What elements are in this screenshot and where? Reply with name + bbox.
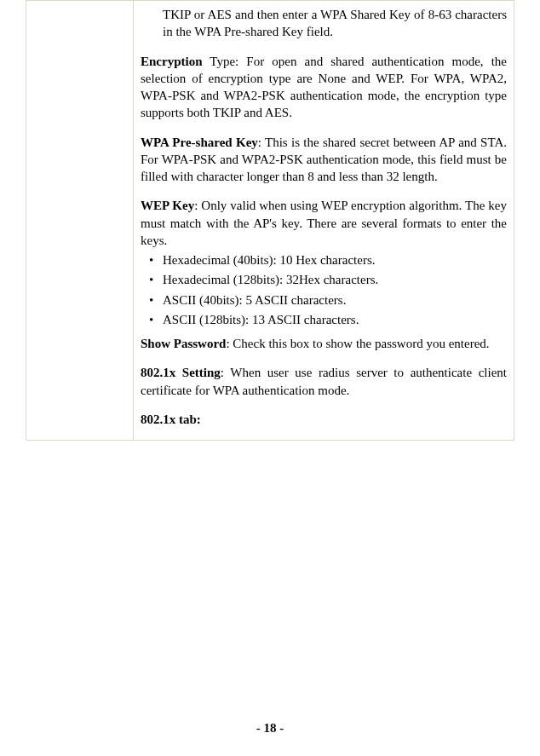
- wep-paragraph: WEP Key: Only valid when using WEP encry…: [141, 197, 507, 249]
- list-item: Hexadecimal (128bits): 32Hex characters.: [146, 270, 507, 290]
- dot1x-paragraph: 802.1x Setting: When user use radius ser…: [141, 364, 507, 399]
- page-number: - 18 -: [0, 721, 540, 736]
- dot1x-tab-heading: 802.1x tab:: [141, 411, 507, 428]
- list-item: ASCII (40bits): 5 ASCII characters.: [146, 291, 507, 310]
- wep-text: : Only valid when using WEP encryption a…: [141, 199, 507, 247]
- dot1x-label: 802.1x Setting: [141, 366, 221, 379]
- wpa-psk-label: WPA Pre-shared Key: [141, 136, 258, 149]
- wpa-psk-paragraph: WPA Pre-shared Key: This is the shared s…: [141, 134, 507, 186]
- dot1x-tab-label: 802.1x tab:: [141, 413, 201, 426]
- encryption-label: Encryption: [141, 55, 203, 68]
- page-body: TKIP or AES and then enter a WPA Shared …: [0, 0, 540, 441]
- right-cell: TKIP or AES and then enter a WPA Shared …: [134, 1, 514, 441]
- left-cell: [26, 1, 134, 441]
- show-password-paragraph: Show Password: Check this box to show th…: [141, 335, 507, 352]
- show-password-text: : Check this box to show the password yo…: [226, 337, 489, 350]
- wep-label: WEP Key: [141, 199, 194, 212]
- encryption-paragraph: Encryption Type: For open and shared aut…: [141, 53, 507, 122]
- list-item: Hexadecimal (40bits): 10 Hex characters.: [146, 251, 507, 270]
- intro-paragraph: TKIP or AES and then enter a WPA Shared …: [141, 6, 507, 41]
- content-table: TKIP or AES and then enter a WPA Shared …: [26, 0, 514, 441]
- show-password-label: Show Password: [141, 337, 226, 350]
- wep-formats-list: Hexadecimal (40bits): 10 Hex characters.…: [141, 251, 507, 330]
- list-item: ASCII (128bits): 13 ASCII characters.: [146, 310, 507, 330]
